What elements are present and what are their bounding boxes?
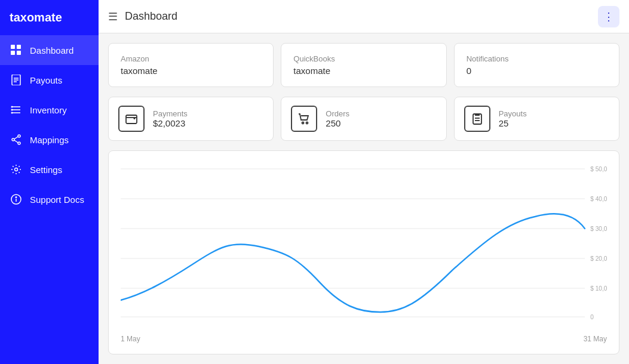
notifications-stat-title: Notifications bbox=[467, 54, 607, 63]
sidebar-item-label: Settings bbox=[30, 165, 62, 175]
svg-point-25 bbox=[306, 122, 308, 124]
sidebar-item-label: Mappings bbox=[30, 135, 69, 145]
chart-container: $ 50,000 $ 40,000 $ 30,000 $ 20,000 $ 10… bbox=[121, 163, 607, 348]
svg-text:$ 40,000: $ 40,000 bbox=[590, 195, 607, 202]
sidebar-item-label: Inventory bbox=[30, 105, 67, 115]
svg-text:$ 10,000: $ 10,000 bbox=[590, 285, 607, 292]
more-options-button[interactable]: ⋮ bbox=[598, 6, 619, 27]
svg-rect-23 bbox=[126, 115, 137, 124]
wallet-icon bbox=[118, 106, 145, 132]
sidebar-item-support-docs[interactable]: Support Docs bbox=[0, 184, 99, 214]
payouts-value: 25 bbox=[499, 118, 527, 128]
quickbooks-stat-card[interactable]: QuickBooks taxomate bbox=[281, 43, 446, 87]
svg-rect-3 bbox=[17, 51, 21, 55]
amazon-stat-value: taxomate bbox=[121, 66, 261, 76]
svg-point-13 bbox=[11, 112, 13, 114]
orders-title: Orders bbox=[326, 109, 349, 118]
widget-row: Payments $2,0023 Orders 250 bbox=[108, 97, 619, 141]
chart-svg: $ 50,000 $ 40,000 $ 30,000 $ 20,000 $ 10… bbox=[121, 163, 607, 330]
grid-icon bbox=[10, 44, 23, 57]
notifications-stat-card[interactable]: Notifications 0 bbox=[454, 43, 619, 87]
cart-icon bbox=[291, 106, 317, 132]
page-title: Dashboard bbox=[125, 10, 591, 23]
sidebar-item-payouts[interactable]: Payouts bbox=[0, 65, 99, 95]
svg-rect-0 bbox=[11, 45, 15, 49]
sidebar: taxomate Dashboard Payouts bbox=[0, 0, 99, 364]
svg-point-12 bbox=[11, 109, 13, 111]
payments-value: $2,0023 bbox=[153, 118, 188, 128]
chart-x-labels: 1 May 31 May bbox=[121, 335, 607, 343]
svg-text:$ 50,000: $ 50,000 bbox=[590, 165, 607, 172]
chart-x-start: 1 May bbox=[121, 335, 140, 343]
svg-point-14 bbox=[18, 135, 20, 137]
quickbooks-stat-value: taxomate bbox=[293, 66, 434, 76]
file-text-icon bbox=[10, 73, 23, 87]
gear-icon bbox=[10, 163, 23, 176]
payouts-widget[interactable]: Payouts 25 bbox=[454, 97, 619, 141]
sidebar-item-dashboard[interactable]: Dashboard bbox=[0, 35, 99, 65]
svg-text:$ 30,000: $ 30,000 bbox=[590, 225, 607, 232]
content-area: Amazon taxomate QuickBooks taxomate Noti… bbox=[99, 33, 629, 364]
svg-line-18 bbox=[14, 140, 18, 143]
sidebar-item-mappings[interactable]: Mappings bbox=[0, 125, 99, 155]
sidebar-item-settings[interactable]: Settings bbox=[0, 155, 99, 184]
clipboard-icon bbox=[464, 106, 490, 132]
svg-point-19 bbox=[15, 168, 18, 171]
sidebar-item-label: Payouts bbox=[30, 75, 62, 85]
chart-x-end: 31 May bbox=[584, 335, 607, 343]
svg-point-11 bbox=[11, 106, 13, 108]
menu-icon[interactable]: ☰ bbox=[108, 10, 118, 23]
notifications-stat-value: 0 bbox=[467, 66, 607, 76]
main-content: ☰ Dashboard ⋮ Amazon taxomate QuickBooks… bbox=[99, 0, 629, 364]
svg-point-22 bbox=[16, 197, 17, 198]
chart-card: $ 50,000 $ 40,000 $ 30,000 $ 20,000 $ 10… bbox=[108, 150, 619, 354]
payments-title: Payments bbox=[153, 109, 188, 118]
svg-point-15 bbox=[12, 138, 14, 141]
stats-row: Amazon taxomate QuickBooks taxomate Noti… bbox=[108, 43, 619, 87]
svg-rect-2 bbox=[11, 51, 15, 55]
payouts-title: Payouts bbox=[499, 109, 527, 118]
orders-widget[interactable]: Orders 250 bbox=[281, 97, 446, 141]
amazon-stat-title: Amazon bbox=[121, 54, 261, 63]
orders-value: 250 bbox=[326, 118, 349, 128]
payments-widget[interactable]: Payments $2,0023 bbox=[108, 97, 274, 141]
sidebar-item-label: Dashboard bbox=[30, 45, 73, 55]
info-icon bbox=[10, 193, 23, 206]
svg-point-24 bbox=[302, 122, 304, 124]
sidebar-item-label: Support Docs bbox=[30, 195, 84, 205]
header: ☰ Dashboard ⋮ bbox=[99, 0, 629, 33]
svg-line-17 bbox=[14, 137, 18, 139]
svg-rect-1 bbox=[17, 45, 21, 49]
quickbooks-stat-title: QuickBooks bbox=[293, 54, 434, 63]
svg-text:0: 0 bbox=[590, 313, 594, 320]
sidebar-item-inventory[interactable]: Inventory bbox=[0, 95, 99, 125]
amazon-stat-card[interactable]: Amazon taxomate bbox=[108, 43, 274, 87]
logo: taxomate bbox=[0, 0, 99, 35]
share-icon bbox=[10, 133, 23, 146]
svg-text:$ 20,000: $ 20,000 bbox=[590, 255, 607, 262]
svg-point-16 bbox=[18, 142, 20, 144]
list-icon bbox=[10, 103, 23, 116]
